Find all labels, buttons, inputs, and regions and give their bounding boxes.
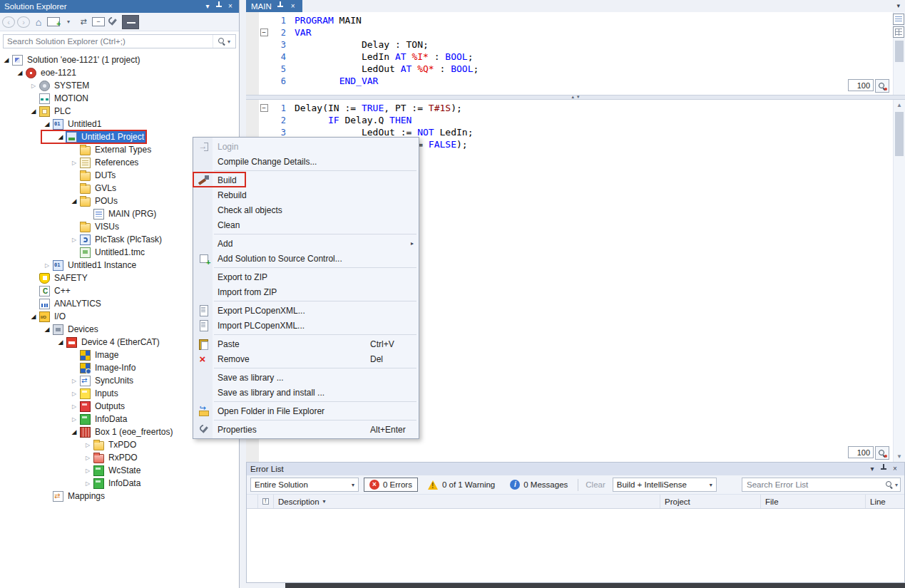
expand-arrow-expanded-icon[interactable]: ◢ <box>29 108 39 115</box>
messages-filter-button[interactable]: i 0 Messages <box>505 478 573 492</box>
fold-box-icon[interactable]: − <box>260 104 268 112</box>
expand-arrow-collapsed-icon[interactable]: ▷ <box>29 83 39 89</box>
expand-arrow-collapsed-icon[interactable]: ▷ <box>83 455 93 461</box>
warnings-filter-button[interactable]: 0 of 1 Warning <box>423 478 500 492</box>
zoom-level-bottom[interactable]: 100 <box>848 446 874 458</box>
search-icon-zone[interactable]: ▾ <box>213 35 235 48</box>
scroll-down-icon[interactable]: ▼ <box>894 451 905 462</box>
tree-item-system[interactable]: ▷SYSTEM <box>0 79 239 92</box>
menu-item-export-to-zip[interactable]: Export to ZIP <box>193 269 419 284</box>
menu-item-build[interactable]: Build <box>193 172 419 187</box>
tree-item-infodata[interactable]: ▷InfoData <box>0 477 239 490</box>
pane2-scrollbar[interactable]: ▲ ▼ <box>893 100 905 462</box>
menu-item-rebuild[interactable]: Rebuild <box>193 187 419 202</box>
nav-back-icon[interactable] <box>2 16 15 28</box>
errors-filter-button[interactable]: × 0 Errors <box>364 478 418 492</box>
build-intellisense-dropdown[interactable]: Build + IntelliSense ▾ <box>613 478 717 492</box>
error-search-input[interactable] <box>747 480 884 489</box>
file-column-header[interactable]: File <box>761 495 866 508</box>
menu-item-add[interactable]: Add▸ <box>193 236 419 251</box>
home-icon[interactable] <box>32 15 45 29</box>
window-position-caret-icon[interactable]: ▾ <box>866 463 878 475</box>
tree-item-txpdo[interactable]: ▷TxPDO <box>0 438 239 451</box>
line-column-header[interactable]: Line <box>866 495 904 508</box>
flag-column-header[interactable] <box>258 495 274 508</box>
fold-box-icon[interactable]: − <box>260 29 268 36</box>
tree-item-wcstate[interactable]: ▷WcState <box>0 464 239 477</box>
scroll-up-icon[interactable]: ▲ <box>894 100 905 110</box>
expand-arrow-collapsed-icon[interactable]: ▷ <box>83 442 93 448</box>
expand-arrow-expanded-icon[interactable]: ◢ <box>1 56 11 63</box>
menu-item-clean[interactable]: Clean <box>193 217 419 232</box>
clear-button[interactable]: Clear <box>583 480 607 489</box>
menu-item-save-as-library[interactable]: Save as library ... <box>193 370 419 385</box>
project-column-header[interactable]: Project <box>660 495 761 508</box>
tab-pin-icon[interactable] <box>276 1 285 11</box>
tree-item-solution-eoe-1121-1-project[interactable]: ◢Solution 'eoe-1121' (1 project) <box>0 53 239 66</box>
menu-item-add-solution-to-source-control[interactable]: Add Solution to Source Control... <box>193 251 419 266</box>
severity-column-header[interactable] <box>247 495 258 508</box>
menu-item-export-plcopenxml[interactable]: Export PLCopenXML... <box>193 303 419 318</box>
tree-item-motion[interactable]: MOTION <box>0 92 239 105</box>
editor-pane-declarations[interactable]: 1PROGRAM MAIN−2VAR3 Delay : TON;4 LedIn … <box>246 12 905 95</box>
window-position-caret-icon[interactable]: ▾ <box>202 1 213 12</box>
description-column-header[interactable]: Description ▾ <box>274 495 660 508</box>
menu-item-remove[interactable]: RemoveDel <box>193 351 419 366</box>
pin-icon[interactable] <box>878 463 889 475</box>
tab-main[interactable]: MAIN × <box>246 0 302 12</box>
document-well-caret-icon[interactable]: ▾ <box>891 0 905 12</box>
tab-close-icon[interactable]: × <box>289 2 297 11</box>
editor-splitter[interactable]: ▲ ▼ <box>246 95 905 100</box>
menu-item-open-folder-in-file-explorer[interactable]: Open Folder in File Explorer <box>193 403 419 418</box>
expand-arrow-collapsed-icon[interactable]: ▷ <box>69 378 79 384</box>
error-list-body[interactable] <box>247 509 904 582</box>
expand-arrow-expanded-icon[interactable]: ◢ <box>56 133 66 140</box>
tree-item-rxpdo[interactable]: ▷RxPDO <box>0 451 239 464</box>
expand-arrow-collapsed-icon[interactable]: ▷ <box>83 480 93 487</box>
tree-item-mappings[interactable]: Mappings <box>0 490 239 502</box>
close-icon[interactable]: × <box>889 463 901 475</box>
close-icon[interactable]: × <box>225 1 236 12</box>
menu-item-import-plcopenxml[interactable]: Import PLCopenXML... <box>193 318 419 333</box>
expand-arrow-expanded-icon[interactable]: ◢ <box>15 69 25 76</box>
expand-arrow-expanded-icon[interactable]: ◢ <box>42 120 52 128</box>
tree-item-plc[interactable]: ◢PLC <box>0 105 239 118</box>
scope-dropdown[interactable]: Entire Solution ▾ <box>250 478 359 492</box>
expand-arrow-expanded-icon[interactable]: ◢ <box>42 326 52 333</box>
collapse-all-icon[interactable] <box>92 17 105 26</box>
menu-item-check-all-objects[interactable]: Check all objects <box>193 202 419 217</box>
zoom-level-top[interactable]: 100 <box>848 79 874 91</box>
fold-collapse-icon[interactable]: − <box>259 104 269 112</box>
dropdown-caret-icon[interactable] <box>62 15 75 29</box>
nav-forward-icon[interactable] <box>17 16 30 28</box>
expand-arrow-collapsed-icon[interactable]: ▷ <box>69 416 79 423</box>
menu-item-import-from-zip[interactable]: Import from ZIP <box>193 284 419 299</box>
menu-item-properties[interactable]: PropertiesAlt+Enter <box>193 422 419 437</box>
zoom-magnifier-icon[interactable] <box>875 79 889 93</box>
expand-arrow-expanded-icon[interactable]: ◢ <box>69 197 79 205</box>
expand-arrow-expanded-icon[interactable]: ◢ <box>56 339 66 346</box>
expand-arrow-collapsed-icon[interactable]: ▷ <box>69 237 79 243</box>
expand-arrow-collapsed-icon[interactable]: ▷ <box>83 468 93 474</box>
menu-item-compile-change-details[interactable]: Compile Change Details... <box>193 154 419 169</box>
expand-arrow-collapsed-icon[interactable]: ▷ <box>42 262 52 269</box>
scrollbar-thumb[interactable] <box>895 41 904 62</box>
expand-arrow-collapsed-icon[interactable]: ▷ <box>69 160 79 166</box>
zoom-magnifier-icon[interactable] <box>875 446 889 460</box>
tree-item-eoe-1121[interactable]: ◢eoe-1121 <box>0 66 239 79</box>
properties-wrench-icon[interactable] <box>107 16 120 27</box>
expand-arrow-expanded-icon[interactable]: ◢ <box>69 428 79 435</box>
pin-icon[interactable] <box>213 1 225 12</box>
sync-with-active-icon[interactable] <box>77 15 90 29</box>
menu-item-paste[interactable]: PasteCtrl+V <box>193 336 419 351</box>
new-window-icon[interactable] <box>47 17 60 26</box>
scrollbar-thumb[interactable] <box>895 112 904 156</box>
preview-selected-toggle-icon[interactable] <box>122 15 139 29</box>
tree-item-untitled1[interactable]: ◢Untitled1 <box>0 118 239 130</box>
expand-arrow-collapsed-icon[interactable]: ▷ <box>69 403 79 410</box>
fold-collapse-icon[interactable]: − <box>259 29 269 36</box>
online-view-icon[interactable] <box>893 14 904 25</box>
menu-item-save-as-library-and-install[interactable]: Save as library and install ... <box>193 385 419 400</box>
expand-arrow-collapsed-icon[interactable]: ▷ <box>69 391 79 397</box>
table-view-icon[interactable] <box>893 26 904 38</box>
